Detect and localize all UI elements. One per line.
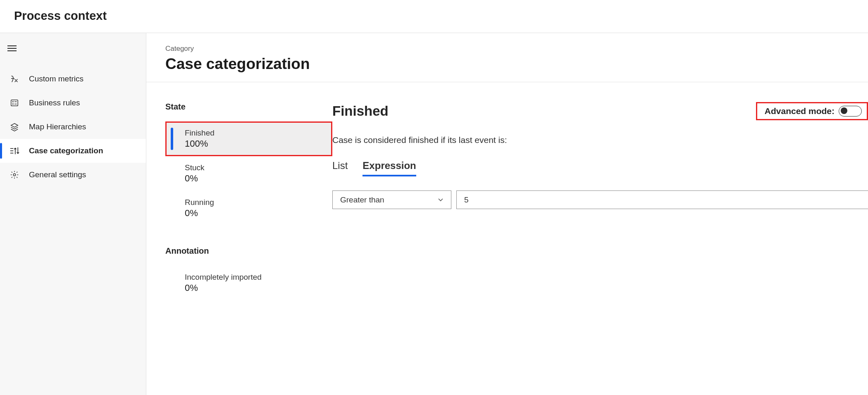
state-heading: State [165, 102, 332, 112]
state-value: 100% [185, 138, 323, 149]
detail-tabs: List Expression [332, 160, 868, 176]
sidebar-item-label: Map Hierarchies [29, 122, 86, 131]
state-item-running[interactable]: Running 0% [165, 191, 332, 226]
page-header-title: Process context [14, 9, 854, 23]
annotation-heading: Annotation [165, 246, 332, 256]
svg-point-12 [13, 174, 16, 176]
tab-list[interactable]: List [332, 160, 348, 176]
state-name: Stuck [185, 163, 323, 172]
state-value: 0% [185, 173, 323, 184]
category-label: Category [165, 45, 868, 53]
dropdown-value: Greater than [340, 195, 384, 205]
state-name: Finished [185, 128, 323, 138]
sidebar-item-custom-metrics[interactable]: Custom metrics [0, 67, 146, 91]
sidebar: Custom metrics Business rules [0, 33, 146, 395]
sidebar-item-map-hierarchies[interactable]: Map Hierarchies [0, 115, 146, 139]
svg-point-4 [12, 103, 14, 105]
state-list: Finished 100% Stuck 0% Running 0% [165, 121, 332, 226]
svg-marker-6 [11, 124, 18, 127]
state-value: 0% [185, 208, 323, 219]
svg-rect-1 [11, 100, 18, 106]
state-item-finished[interactable]: Finished 100% [165, 121, 332, 156]
advanced-mode-label: Advanced mode: [765, 106, 835, 116]
svg-point-2 [12, 101, 14, 102]
state-name: Running [185, 198, 323, 207]
operator-dropdown[interactable]: Greater than [332, 190, 451, 209]
value-input[interactable] [456, 190, 868, 209]
advanced-mode-box: Advanced mode: [756, 102, 868, 120]
layers-icon [9, 121, 20, 132]
sidebar-item-case-categorization[interactable]: Case categorization [0, 139, 146, 163]
fx-icon [9, 74, 20, 84]
categorization-icon [9, 145, 20, 156]
sidebar-item-business-rules[interactable]: Business rules [0, 91, 146, 115]
sidebar-item-label: Case categorization [29, 146, 103, 155]
tab-expression[interactable]: Expression [362, 160, 416, 176]
sidebar-item-label: General settings [29, 170, 86, 179]
gear-icon [9, 169, 20, 180]
detail-title: Finished [332, 103, 389, 119]
annotation-value: 0% [185, 283, 323, 293]
app-header: Process context [0, 0, 868, 33]
state-item-stuck[interactable]: Stuck 0% [165, 156, 332, 191]
sidebar-item-label: Custom metrics [29, 74, 83, 83]
annotation-name: Incompletely imported [185, 273, 323, 282]
advanced-mode-toggle[interactable] [839, 106, 862, 117]
sidebar-toggle[interactable] [0, 40, 146, 55]
toggle-knob [841, 107, 847, 114]
hamburger-icon [7, 45, 17, 52]
detail-description: Case is considered finished if its last … [332, 135, 868, 145]
page-title: Case categorization [165, 55, 868, 73]
sidebar-item-label: Business rules [29, 98, 80, 107]
sidebar-item-general-settings[interactable]: General settings [0, 163, 146, 187]
chevron-down-icon [438, 198, 444, 202]
annotation-item-incompletely-imported[interactable]: Incompletely imported 0% [165, 266, 332, 300]
rules-icon [9, 98, 20, 108]
